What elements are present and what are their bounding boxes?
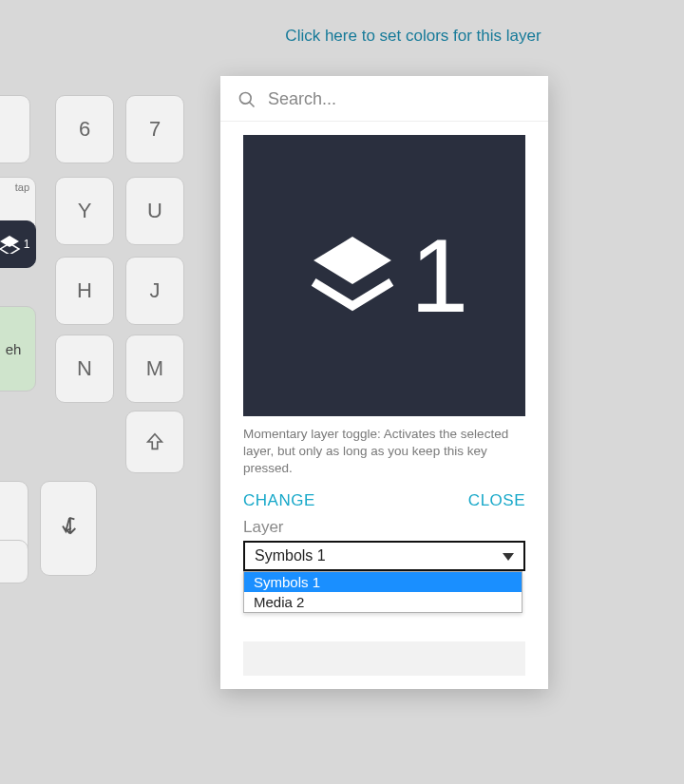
search-row xyxy=(220,76,548,122)
layer-label: Layer xyxy=(243,518,525,537)
key-H[interactable]: H xyxy=(55,257,114,325)
key-N[interactable]: N xyxy=(55,335,114,403)
chevron-down-icon xyxy=(503,547,514,564)
key-6[interactable]: 6 xyxy=(55,95,114,163)
layer-select[interactable]: Symbols 1 xyxy=(243,541,525,571)
layers-icon xyxy=(0,235,22,254)
layer-option-media-2[interactable]: Media 2 xyxy=(244,592,522,612)
modal-footer-box xyxy=(243,641,525,676)
key-7[interactable]: 7 xyxy=(125,95,184,163)
layer-select-value: Symbols 1 xyxy=(255,547,326,564)
key-shift[interactable] xyxy=(125,411,184,473)
key-J[interactable]: J xyxy=(125,257,184,325)
layer-dropdown: Symbols 1 Media 2 xyxy=(243,571,522,613)
svg-line-3 xyxy=(250,102,255,106)
key-M[interactable]: M xyxy=(125,335,184,403)
svg-marker-5 xyxy=(503,553,514,561)
key-config-modal: 1 Momentary layer toggle: Activates the … xyxy=(220,76,548,689)
key-Y[interactable]: Y xyxy=(55,177,114,245)
enter-arrow-icon xyxy=(58,514,79,543)
svg-marker-4 xyxy=(314,237,391,284)
preview-number: 1 xyxy=(410,223,468,328)
key-description: Momentary layer toggle: Activates the se… xyxy=(243,426,525,478)
set-colors-link[interactable]: Click here to set colors for this layer xyxy=(0,27,684,46)
change-button[interactable]: CHANGE xyxy=(243,491,315,510)
key-bottom-arrow[interactable] xyxy=(40,481,97,576)
search-input[interactable] xyxy=(268,89,531,109)
search-icon xyxy=(238,90,256,109)
layer-option-symbols-1[interactable]: Symbols 1 xyxy=(244,572,522,592)
layers-icon xyxy=(300,228,405,323)
key-partial-left[interactable] xyxy=(0,95,30,163)
close-button[interactable]: CLOSE xyxy=(468,491,525,510)
key-eh[interactable]: eh xyxy=(0,306,36,392)
svg-marker-0 xyxy=(0,236,19,247)
key-U[interactable]: U xyxy=(125,177,184,245)
key-layer-icon[interactable]: 1 xyxy=(0,220,36,268)
actions-row: CHANGE CLOSE xyxy=(243,491,525,510)
key-preview: 1 xyxy=(243,135,525,416)
layer-select-wrap: Symbols 1 Symbols 1 Media 2 xyxy=(243,541,525,571)
key-b[interactable]: b xyxy=(0,540,28,583)
shift-up-icon xyxy=(144,431,165,452)
svg-point-2 xyxy=(240,92,252,104)
